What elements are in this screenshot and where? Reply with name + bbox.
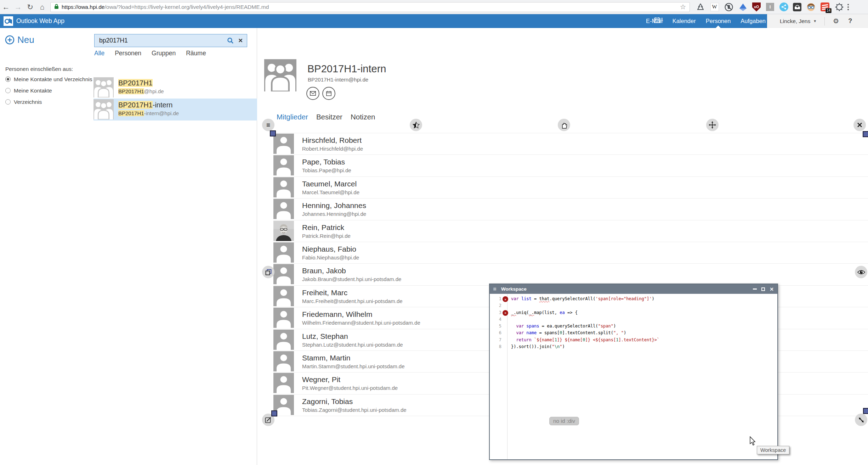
maximize-icon[interactable] — [761, 287, 765, 291]
filter-tab-personen[interactable]: Personen — [115, 50, 141, 57]
member-text: Rein, PatrickPatrick.Rein@hpi.de — [302, 220, 351, 242]
workspace-window[interactable]: ≡ Workspace ✕ 12345678 var list = that.q… — [489, 284, 778, 460]
halo-inspect-button[interactable] — [855, 266, 867, 278]
puzzle-extension-icon[interactable] — [834, 2, 844, 12]
tab-mitglieder[interactable]: Mitglieder — [277, 113, 308, 121]
search-result-row[interactable]: BP2017H1BP2017H1@hpi.de — [93, 77, 257, 99]
owa-nav-personen[interactable]: Personen — [706, 14, 731, 28]
selection-handle-bottom-left[interactable] — [271, 410, 277, 416]
code-line: }).sort()).join("\n") — [511, 343, 776, 350]
blue-pointer-extension-icon[interactable] — [738, 2, 748, 12]
avatar-face-extension-icon[interactable] — [806, 2, 816, 12]
settings-gear-icon[interactable]: ⚙ — [833, 17, 839, 25]
wikipedia-extension-icon[interactable]: W — [710, 2, 719, 12]
window-menu-icon[interactable]: ≡ — [490, 286, 500, 292]
code-token: var — [511, 296, 521, 301]
member-avatar — [273, 351, 294, 371]
help-icon[interactable]: ? — [848, 17, 852, 25]
member-row[interactable]: Taeumel, MarcelMarcel.Taeumel@hpi.de — [273, 177, 868, 198]
halo-menu-button[interactable]: ≡ — [262, 119, 274, 131]
member-email: Wilhelm.Friedemann@student.hpi.uni-potsd… — [302, 320, 420, 326]
member-email: Johannes.Henning@hpi.de — [302, 211, 366, 217]
member-row[interactable]: Braun, JakobJakob.Braun@student.hpi.uni-… — [273, 264, 868, 285]
tab-notizen[interactable]: Notizen — [351, 113, 375, 121]
halo-move-button[interactable] — [706, 119, 719, 131]
ublock-extension-icon[interactable]: uO — [752, 2, 761, 12]
code-editor[interactable]: 12345678 var list = that.querySelectorAl… — [490, 294, 777, 459]
code-area[interactable]: var list = that.querySelectorAll('span[r… — [511, 296, 776, 350]
radio-option[interactable]: Verzeichnis — [5, 99, 92, 105]
code-token: 0 — [560, 330, 562, 335]
member-row[interactable]: Niephaus, FabioFabio.Niephaus@hpi.de — [273, 242, 868, 264]
owa-nav-aufgaben[interactable]: Aufgaben — [741, 14, 766, 28]
user-menu[interactable]: Lincke, Jens ▼ ⚙ ? — [767, 14, 868, 28]
no-phone-extension-icon[interactable] — [724, 2, 733, 12]
result-group-avatar — [93, 77, 114, 97]
code-token: 'span[role="heading"]' — [595, 296, 652, 301]
tab-besitzer[interactable]: Besitzer — [316, 113, 342, 121]
search-icon[interactable] — [227, 37, 234, 44]
todoist-extension-icon[interactable]: 14 — [820, 2, 830, 12]
selection-handle-top-right[interactable] — [863, 131, 868, 137]
code-token: ]} <${spans[ — [585, 337, 616, 342]
filter-tab-gruppen[interactable]: Gruppen — [152, 50, 176, 57]
member-avatar — [273, 177, 294, 197]
recycle-extension-icon[interactable] — [696, 2, 705, 12]
address-bar[interactable]: https://owa.hpi.de/owa/?load=https://liv… — [50, 2, 690, 12]
send-mail-button[interactable] — [306, 87, 319, 100]
member-row[interactable]: Hirschfeld, RobertRobert.Hirschfeld@hpi.… — [273, 133, 868, 155]
user-name: Lincke, Jens — [780, 18, 810, 24]
people-search-box[interactable]: ✕ — [94, 34, 247, 47]
radio-option[interactable]: Meine Kontakte und Verzeichnis — [5, 76, 92, 82]
share-extension-icon[interactable] — [779, 2, 788, 11]
halo-close-button[interactable] — [853, 119, 866, 131]
radio-button-icon[interactable] — [5, 77, 11, 82]
owa-logo[interactable]: Outlook Web App — [4, 16, 64, 26]
member-row[interactable]: Rein, PatrickPatrick.Rein@hpi.de — [273, 220, 868, 242]
selection-handle-bottom-right[interactable] — [863, 408, 868, 414]
dropdown-caret-icon: ▼ — [813, 19, 817, 23]
person-silhouette-icon — [273, 264, 294, 284]
reload-icon[interactable]: ↻ — [24, 3, 36, 11]
bookmark-star-icon[interactable]: ☆ — [680, 3, 686, 11]
member-row[interactable]: Pape, TobiasTobias.Pape@hpi.de — [273, 155, 868, 177]
url-path[interactable]: /owa/?load=https://lively-kernel.org/liv… — [105, 4, 269, 10]
new-contact-button[interactable]: Neu — [5, 34, 34, 45]
back-icon[interactable]: ← — [0, 3, 12, 11]
gray-i-extension-icon[interactable]: I — [765, 2, 775, 12]
code-token: _. — [511, 310, 516, 315]
inbox-extension-icon[interactable] — [793, 3, 801, 11]
member-text: Henning, JohannesJohannes.Henning@hpi.de — [302, 198, 366, 220]
filter-tab-alle[interactable]: Alle — [94, 50, 104, 57]
member-name: Stamm, Martin — [302, 354, 405, 362]
radio-button-icon[interactable] — [5, 99, 11, 105]
search-input[interactable] — [98, 37, 227, 45]
member-avatar — [273, 134, 294, 154]
minimize-icon[interactable] — [753, 288, 757, 290]
member-name: Rein, Patrick — [302, 223, 351, 232]
url-host[interactable]: https://owa.hpi.de — [62, 4, 105, 10]
browser-menu-icon[interactable] — [847, 4, 849, 10]
code-token: `${name[ — [534, 337, 555, 342]
workspace-titlebar[interactable]: ≡ Workspace ✕ — [490, 284, 777, 294]
radio-button-icon[interactable] — [5, 88, 11, 93]
code-line — [511, 302, 776, 309]
radio-option[interactable]: Meine Kontakte — [5, 88, 92, 94]
member-row[interactable]: Henning, JohannesJohannes.Henning@hpi.de — [273, 198, 868, 220]
owa-nav-kalender[interactable]: Kalender — [673, 14, 696, 28]
halo-star-button[interactable] — [410, 119, 422, 131]
clear-search-icon[interactable]: ✕ — [238, 37, 243, 44]
owa-nav-email[interactable]: E-Mail — [646, 14, 663, 28]
schedule-meeting-button[interactable] — [322, 87, 335, 100]
halo-resize-button[interactable] — [855, 414, 867, 426]
code-token: var — [516, 330, 526, 335]
selection-handle-top-left[interactable] — [270, 130, 276, 136]
search-result-row[interactable]: BP2017H1-internBP2017H1-intern@hpi.de — [93, 99, 257, 121]
forward-icon[interactable]: → — [12, 3, 24, 11]
window-close-icon[interactable]: ✕ — [770, 287, 774, 292]
home-icon[interactable]: ⌂ — [36, 3, 48, 11]
https-lock-icon[interactable] — [54, 4, 59, 10]
halo-grab-button[interactable] — [558, 119, 570, 131]
halo-copy-button[interactable] — [262, 266, 274, 278]
filter-tab-rume[interactable]: Räume — [186, 50, 206, 57]
